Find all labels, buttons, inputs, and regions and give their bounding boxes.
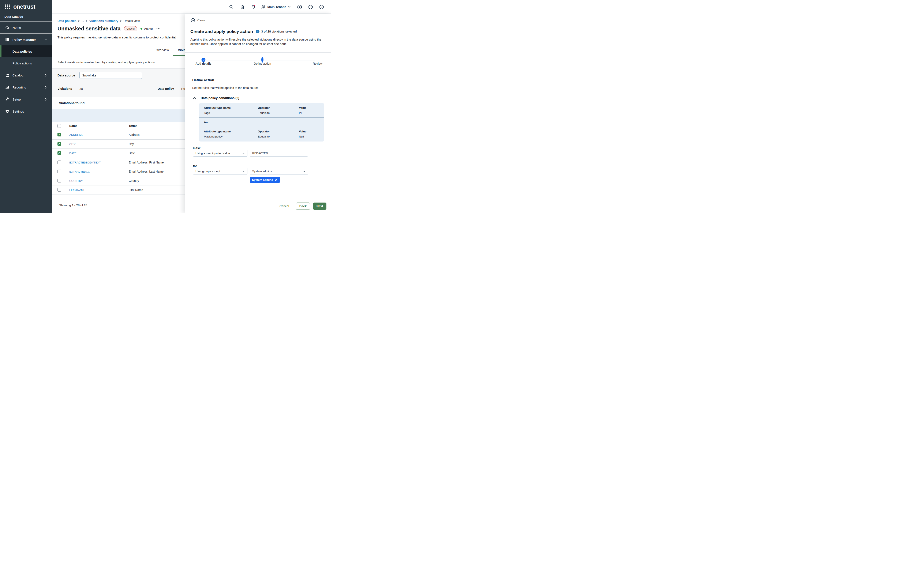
mask-method-dropdown[interactable]: Using a user inputted value (193, 150, 248, 157)
onetrust-dots-logo-icon (5, 3, 11, 10)
selected-group-chip[interactable]: System admins (250, 177, 280, 183)
back-button[interactable]: Back (296, 202, 310, 210)
violation-terms: Country (129, 179, 139, 183)
wrench-icon (5, 97, 10, 102)
sidebar-item-reporting[interactable]: Reporting (0, 81, 52, 93)
data-source-label: Data source (57, 74, 75, 77)
info-icon: i (256, 30, 259, 33)
policy-list-icon (5, 37, 10, 42)
condition-attribute: Tags (204, 111, 258, 115)
define-action-heading: Define action (192, 78, 214, 82)
more-menu-icon[interactable] (156, 27, 161, 31)
chevron-down-icon (44, 38, 47, 41)
cancel-button[interactable]: Cancel (280, 204, 289, 208)
condition-row: Attribute type nameOperatorValueMasking … (199, 130, 324, 138)
condition-column-header: Value (299, 130, 319, 133)
breadcrumb-link-data-policies[interactable]: Data policies (57, 19, 76, 23)
page-title: Unmasked sensitive data (57, 26, 121, 32)
gear-icon[interactable] (296, 3, 303, 11)
condition-column-header: Operator (258, 130, 299, 133)
violation-name-link[interactable]: COUNTRY (69, 179, 83, 183)
sidebar-item-label: Catalog (13, 73, 23, 77)
sidebar-item-settings[interactable]: Settings (0, 105, 52, 117)
close-arrow-icon (191, 18, 195, 23)
define-action-subtext: Set the rules that will be applied to th… (192, 86, 259, 90)
condition-operator: Equals to (258, 135, 299, 138)
tenant-switcher[interactable]: Main Tenant (261, 5, 291, 10)
row-checkbox[interactable] (57, 160, 61, 164)
mask-value-input[interactable] (250, 150, 308, 157)
search-icon[interactable] (228, 3, 235, 11)
step-current-icon (261, 57, 264, 63)
row-checkbox[interactable]: ✓ (57, 142, 61, 146)
violation-name-link[interactable]: CITY (69, 142, 76, 146)
violation-name-link[interactable]: FIRSTNAME (69, 188, 85, 192)
violation-name-link[interactable]: EXTRACTEDCC (69, 170, 90, 173)
tab-overview[interactable]: Overview (147, 45, 177, 55)
sidebar-item-label: Settings (13, 110, 24, 113)
top-header: Main Tenant (52, 0, 331, 14)
brand-logo: onetrust (0, 0, 52, 11)
product-name: Data Catalog (0, 11, 52, 21)
mask-label: mask (193, 146, 201, 150)
row-checkbox[interactable] (57, 170, 61, 173)
close-button[interactable]: Close (191, 18, 205, 23)
violation-terms: First Name (129, 188, 143, 192)
help-icon[interactable] (318, 3, 325, 11)
table-title: Violations found (59, 101, 84, 105)
for-label: for (193, 164, 197, 168)
violation-name-link[interactable]: EXTRACTEDBODYTEXT (69, 161, 101, 164)
chevron-right-icon (44, 98, 47, 101)
sidebar: onetrust Data Catalog HomePolicy manager… (0, 0, 52, 213)
sidebar-item-data-policies[interactable]: Data policies (0, 45, 52, 57)
for-groups-dropdown[interactable]: System admins (250, 168, 308, 174)
sidebar-item-setup[interactable]: Setup (0, 93, 52, 105)
violation-name-link[interactable]: ADDRESS (69, 133, 83, 136)
status-label: Active (144, 27, 153, 31)
row-checkbox[interactable]: ✓ (57, 133, 61, 136)
policy-description: This policy requires masking sensitive d… (57, 36, 176, 39)
data-policy-label: Data policy (158, 87, 174, 90)
tenant-label: Main Tenant (267, 5, 286, 9)
column-header-name: Name (69, 124, 77, 128)
condition-operator: Equals to (258, 111, 299, 115)
chevron-down-icon (287, 5, 291, 9)
row-checkbox[interactable]: ✓ (57, 151, 61, 155)
row-checkbox[interactable] (57, 179, 61, 183)
for-method-dropdown[interactable]: User groups except (193, 168, 248, 174)
panel-description: Applying this policy action will resolve… (190, 37, 322, 47)
breadcrumb-link-ellipsis[interactable]: ... (82, 19, 84, 23)
panel-title: Create and apply policy action (190, 29, 253, 34)
notifications-bell-icon[interactable] (250, 3, 257, 11)
chevron-down-icon (303, 170, 306, 173)
document-check-icon[interactable] (239, 3, 246, 11)
row-checkbox[interactable] (57, 188, 61, 192)
sidebar-item-policy-actions[interactable]: Policy actions (0, 57, 52, 69)
chevron-right-icon (44, 74, 47, 77)
sidebar-item-policy-manager[interactable]: Policy manager (0, 34, 52, 45)
sidebar-nav: HomePolicy managerData policiesPolicy ac… (0, 21, 52, 117)
collapse-chevron-icon[interactable] (193, 97, 196, 99)
chip-remove-icon[interactable] (275, 178, 278, 181)
breadcrumb-separator: > (78, 19, 80, 23)
sidebar-item-label: Setup (13, 98, 21, 101)
tenant-users-icon (261, 5, 266, 10)
breadcrumb-link-violations-summary[interactable]: Violations summary (89, 19, 118, 23)
for-method-value: User groups except (196, 170, 220, 173)
step-complete-icon (202, 58, 205, 62)
condition-column-header: Operator (258, 106, 299, 110)
condition-column-header: Attribute type name (204, 106, 258, 110)
next-button[interactable]: Next (313, 202, 327, 210)
sidebar-item-catalog[interactable]: Catalog (0, 69, 52, 81)
data-source-input[interactable] (79, 72, 142, 79)
sidebar-item-home[interactable]: Home (0, 21, 52, 33)
conditions-title: Data policy conditions (2) (201, 96, 239, 100)
sidebar-item-label: Reporting (13, 86, 26, 89)
condition-value: Null (299, 135, 319, 138)
select-all-checkbox[interactable] (57, 124, 61, 128)
violation-terms: City (129, 142, 134, 146)
violation-name-link[interactable]: DATE (69, 152, 76, 155)
violations-instruction: Select violations to resolve them by cre… (57, 61, 155, 64)
account-icon[interactable] (307, 3, 314, 11)
column-header-terms: Terms (129, 124, 138, 128)
